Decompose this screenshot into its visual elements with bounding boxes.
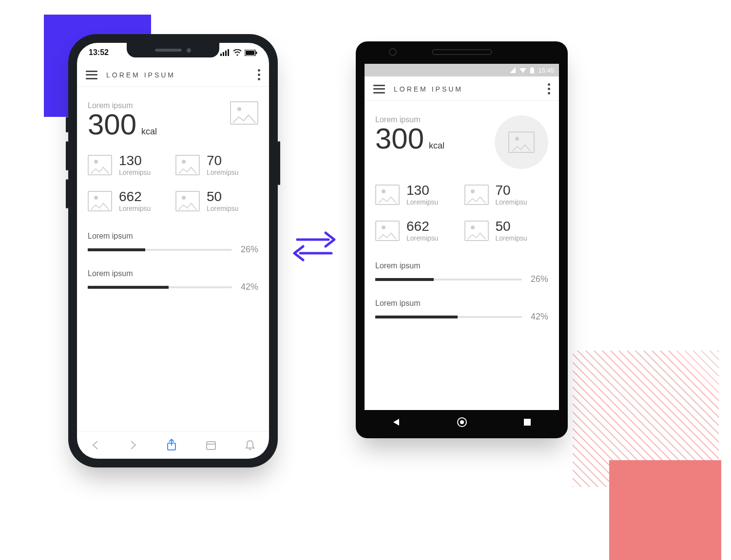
menu-icon[interactable]	[373, 85, 385, 93]
bell-icon[interactable]	[245, 439, 255, 451]
iphone-device-frame: 13:52	[68, 34, 278, 467]
svg-rect-6	[246, 51, 254, 55]
image-placeholder-icon	[508, 131, 535, 153]
back-icon[interactable]	[91, 440, 100, 450]
progress-percent: 42%	[531, 312, 548, 322]
hero-avatar	[495, 115, 548, 169]
svg-rect-7	[256, 52, 257, 54]
stat-item: 662Loremipsu	[375, 220, 460, 242]
svg-point-18	[460, 420, 464, 424]
stat-label: Loremipsu	[119, 205, 151, 212]
wifi-icon	[519, 67, 526, 73]
swap-icon	[285, 224, 344, 268]
stat-item: 70Loremipsu	[175, 154, 258, 176]
wifi-icon	[233, 49, 242, 56]
hero-value: 300	[375, 122, 424, 155]
stat-label: Loremipsu	[207, 168, 238, 176]
image-placeholder-icon	[375, 185, 400, 205]
image-placeholder-icon	[88, 155, 112, 175]
progress-label: Lorem ipsum	[375, 261, 548, 270]
svg-rect-19	[524, 419, 531, 426]
android-status-bar: 15:45	[365, 64, 559, 76]
stat-item: 50Loremipsu	[464, 220, 549, 242]
stat-value: 662	[406, 220, 438, 233]
battery-icon	[245, 50, 257, 56]
progress-bar	[375, 316, 522, 318]
svg-rect-15	[531, 67, 533, 68]
svg-rect-2	[225, 51, 227, 56]
progress-label: Lorem ipsum	[88, 269, 258, 278]
android-home-icon[interactable]	[457, 417, 467, 428]
image-placeholder-icon	[230, 101, 258, 125]
svg-point-4	[236, 54, 238, 56]
android-device-frame: 15:45 LOREM IPSUM Lorem ipsum 300kcal	[356, 41, 568, 438]
svg-rect-10	[207, 442, 215, 449]
decor-coral-square	[609, 460, 721, 560]
svg-rect-1	[223, 52, 224, 56]
more-icon[interactable]	[258, 69, 260, 80]
hero-value: 300	[88, 108, 136, 141]
image-placeholder-icon	[175, 191, 200, 211]
svg-rect-14	[530, 68, 534, 74]
stat-item: 50Loremipsu	[175, 190, 258, 212]
app-title: LOREM IPSUM	[106, 71, 175, 79]
stat-item: 130Loremipsu	[88, 154, 171, 176]
stat-label: Loremipsu	[406, 198, 438, 206]
stat-label: Loremipsu	[406, 234, 438, 242]
svg-marker-12	[510, 67, 516, 73]
svg-marker-13	[519, 68, 526, 73]
app-title: LOREM IPSUM	[394, 85, 463, 93]
image-placeholder-icon	[375, 221, 400, 241]
android-back-icon[interactable]	[392, 418, 401, 427]
cellular-icon	[220, 49, 230, 56]
svg-rect-0	[220, 54, 222, 56]
hero-unit: kcal	[141, 127, 157, 136]
menu-icon[interactable]	[86, 71, 97, 79]
iphone-notch	[127, 43, 219, 57]
progress-percent: 42%	[241, 282, 258, 292]
progress-bar	[88, 249, 232, 251]
ios-clock: 13:52	[89, 48, 109, 57]
progress-bar	[88, 286, 232, 288]
progress-percent: 26%	[241, 244, 258, 255]
hero-unit: kcal	[429, 141, 444, 150]
stat-value: 70	[496, 184, 527, 197]
stat-value: 130	[119, 154, 151, 168]
forward-icon[interactable]	[129, 440, 137, 450]
android-nav-bar	[365, 413, 559, 431]
android-clock: 15:45	[538, 67, 554, 74]
stat-item: 130Loremipsu	[375, 184, 460, 206]
progress-label: Lorem ipsum	[375, 299, 548, 308]
progress-label: Lorem ipsum	[88, 232, 258, 241]
svg-rect-3	[228, 49, 229, 56]
android-recents-icon[interactable]	[523, 418, 531, 426]
tabs-icon[interactable]	[206, 440, 216, 450]
svg-marker-16	[393, 419, 399, 426]
stat-value: 50	[207, 190, 238, 204]
more-icon[interactable]	[548, 83, 550, 94]
stat-label: Loremipsu	[119, 168, 151, 176]
stat-item: 70Loremipsu	[464, 184, 549, 206]
stat-label: Loremipsu	[496, 198, 527, 206]
stat-label: Loremipsu	[496, 234, 527, 242]
battery-icon	[530, 67, 534, 74]
stat-value: 130	[406, 184, 438, 197]
stat-value: 662	[119, 190, 151, 204]
image-placeholder-icon	[464, 221, 489, 241]
share-icon[interactable]	[166, 439, 177, 451]
image-placeholder-icon	[464, 185, 489, 205]
stat-value: 70	[207, 154, 238, 168]
stat-item: 662Loremipsu	[88, 190, 171, 212]
image-placeholder-icon	[88, 191, 112, 211]
progress-bar	[375, 279, 522, 280]
image-placeholder-icon	[175, 155, 200, 175]
signal-icon	[510, 67, 516, 73]
stat-value: 50	[496, 220, 527, 233]
progress-percent: 26%	[531, 274, 548, 284]
stat-label: Loremipsu	[207, 205, 238, 212]
